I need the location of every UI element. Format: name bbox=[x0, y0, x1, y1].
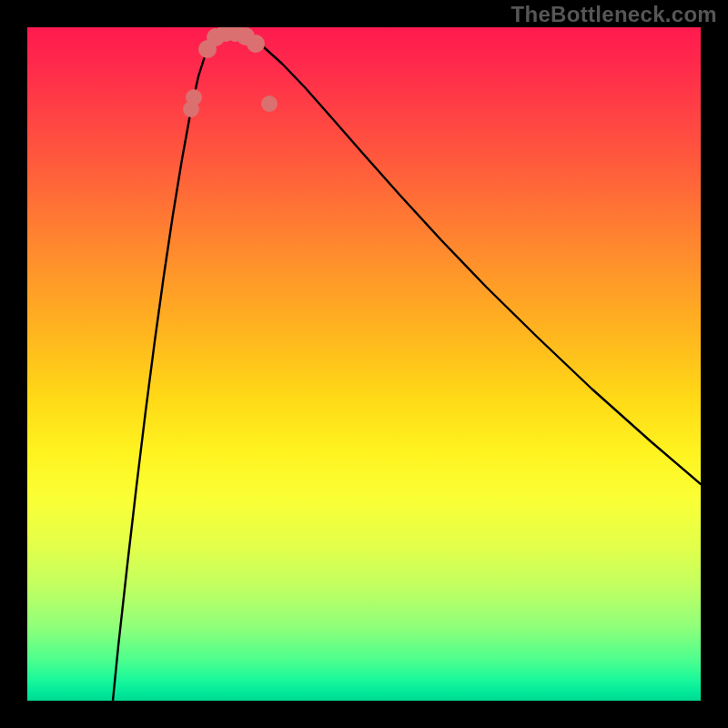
pink-markers bbox=[183, 27, 278, 117]
marker-dot bbox=[261, 96, 278, 112]
left-curve bbox=[113, 27, 226, 701]
plot-area bbox=[27, 27, 701, 701]
watermark-text: TheBottleneck.com bbox=[511, 2, 717, 27]
right-curve bbox=[226, 27, 701, 484]
marker-dot bbox=[247, 35, 265, 53]
chart-frame: TheBottleneck.com bbox=[0, 0, 728, 728]
curve-layer bbox=[27, 27, 701, 701]
marker-dot bbox=[186, 89, 202, 106]
